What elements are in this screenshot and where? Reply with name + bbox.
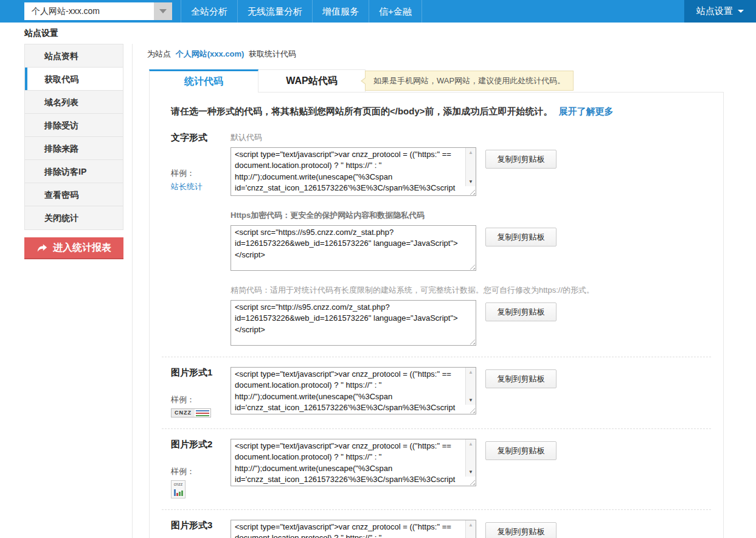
copy-button-default[interactable]: 复制到剪贴板 xyxy=(485,150,557,169)
nav-item-value-added-services[interactable]: 增值服务 xyxy=(312,0,369,23)
scroll-down-icon[interactable]: ▼ xyxy=(468,397,473,403)
scrollbar[interactable]: ▲▼ xyxy=(465,148,476,186)
image3-code-box: <script type="text/javascript">var cnzz_… xyxy=(231,520,476,538)
cnzz-badge-text: CNZZ xyxy=(172,409,195,417)
image-form-1-title: 图片形式1 xyxy=(171,367,231,379)
sample-label: 样例： xyxy=(171,168,231,179)
section-image-form-3: 图片形式3 样例： <script type="text/javascript"… xyxy=(171,520,711,538)
code-textarea-image3[interactable]: <script type="text/javascript">var cnzz_… xyxy=(231,520,476,538)
scroll-down-icon[interactable]: ▼ xyxy=(468,179,473,184)
instruction-text: 请任选一种形式的代码，将其粘贴到您网站所有页面的</body>前，添加成功后立即… xyxy=(171,106,711,117)
scrollbar[interactable]: ▲▼ xyxy=(465,520,476,538)
cnzz-badge-text: cnzz xyxy=(174,482,182,487)
nav-item-wireless-traffic-analysis[interactable]: 无线流量分析 xyxy=(237,0,312,23)
code-textarea-image2[interactable]: <script type="text/javascript">var cnzz_… xyxy=(231,439,476,486)
scroll-up-icon[interactable]: ▲ xyxy=(468,522,473,528)
code-textarea-image1[interactable]: <script type="text/javascript">var cnzz_… xyxy=(231,367,476,414)
code-textarea-https[interactable]: <script src="https://s95.cnzz.com/z_stat… xyxy=(231,225,476,271)
sidebar-item-domain-list[interactable]: 域名列表 xyxy=(25,91,123,114)
section-image-form-2: 图片形式2 样例： cnzz <script type="text/javasc… xyxy=(171,439,711,498)
nav-item-site-settings[interactable]: 站点设置 xyxy=(684,0,756,23)
scroll-down-icon[interactable]: ▼ xyxy=(468,469,473,475)
chevron-down-icon xyxy=(159,9,167,13)
text-form-title: 文字形式 xyxy=(171,132,231,144)
section-text-form: 文字形式 样例： 站长统计 默认代码 <script type="text/ja… xyxy=(171,132,711,346)
lite-code-label: 精简代码：适用于对统计代码有长度限制的建站系统，可完整统计数据。您可自行修改为h… xyxy=(231,285,594,296)
sidebar-item-site-info[interactable]: 站点资料 xyxy=(25,44,123,68)
sidebar: 站点设置 站点资料 获取代码 域名列表 排除受访 排除来路 排除访客IP 查看密… xyxy=(24,28,123,259)
section-divider xyxy=(162,428,711,429)
copy-button-lite[interactable]: 复制到剪贴板 xyxy=(485,302,557,321)
scroll-up-icon[interactable]: ▲ xyxy=(468,369,473,375)
enter-report-button[interactable]: 进入统计报表 xyxy=(24,237,123,259)
site-selector-dropdown[interactable]: 个人网站-xxx.com xyxy=(24,2,172,20)
text-form-blocks: 默认代码 <script type="text/javascript">var … xyxy=(231,132,594,346)
image-form-1-label-col: 图片形式1 样例： CNZZ xyxy=(171,367,231,417)
nav-menu: 全站分析 无线流量分析 增值服务 信+金融 xyxy=(181,0,422,23)
tooltip-arrow-icon xyxy=(362,77,367,85)
site-selector-value: 个人网站-xxx.com xyxy=(24,6,154,17)
sidebar-item-exclude-visitor-ip[interactable]: 排除访客IP xyxy=(25,160,123,183)
wap-tooltip: 如果是手机网站，WAP网站，建议使用此处统计代码。 xyxy=(365,71,574,91)
chevron-down-icon xyxy=(738,10,744,13)
lite-code-box: <script src="http://s95.cnzz.com/z_stat.… xyxy=(231,300,476,346)
sidebar-item-exclude-visited[interactable]: 排除受访 xyxy=(25,114,123,137)
wap-tooltip-text: 如果是手机网站，WAP网站，建议使用此处统计代码。 xyxy=(373,75,565,86)
intro-prefix: 为站点 xyxy=(147,49,171,58)
sidebar-item-get-code[interactable]: 获取代码 xyxy=(25,68,123,91)
cnzz-chart-badge: cnzz xyxy=(171,480,186,498)
sidebar-menu: 站点资料 获取代码 域名列表 排除受访 排除来路 排除访客IP 查看密码 关闭统… xyxy=(24,44,123,230)
expand-more-link[interactable]: 展开了解更多 xyxy=(559,106,614,116)
vertical-divider xyxy=(132,44,133,538)
section-divider xyxy=(162,509,711,510)
image2-code-box: <script type="text/javascript">var cnzz_… xyxy=(231,439,476,486)
sidebar-title: 站点设置 xyxy=(24,28,123,39)
sidebar-item-exclude-referrer[interactable]: 排除来路 xyxy=(25,137,123,160)
code-panel: 请任选一种形式的代码，将其粘贴到您网站所有页面的</body>前，添加成功后立即… xyxy=(149,92,724,538)
https-code-label: Https加密代码：更安全的保护网站内容和数据隐私代码 xyxy=(231,210,594,221)
https-code-box: <script src="https://s95.cnzz.com/z_stat… xyxy=(231,225,476,271)
default-code-block: 默认代码 <script type="text/javascript">var … xyxy=(231,132,594,196)
top-navbar: 个人网站-xxx.com 全站分析 无线流量分析 增值服务 信+金融 站点设置 xyxy=(0,0,756,23)
image-form-3-title: 图片形式3 xyxy=(171,520,231,531)
instruction-label: 请任选一种形式的代码，将其粘贴到您网站所有页面的</body>前，添加成功后立即… xyxy=(171,106,553,116)
text-form-label-col: 文字形式 样例： 站长统计 xyxy=(171,132,231,346)
lite-code-block: 精简代码：适用于对统计代码有长度限制的建站系统，可完整统计数据。您可自行修改为h… xyxy=(231,285,594,346)
section-image-form-1: 图片形式1 样例： CNZZ <script type="text/javasc… xyxy=(171,367,711,417)
tab-stat-code[interactable]: 统计代码 xyxy=(149,69,258,93)
code-textarea-lite[interactable]: <script src="http://s95.cnzz.com/z_stat.… xyxy=(231,300,476,346)
copy-button-https[interactable]: 复制到剪贴板 xyxy=(485,228,557,246)
intro-suffix: 获取统计代码 xyxy=(249,49,296,58)
copy-button-image3[interactable]: 复制到剪贴板 xyxy=(485,522,557,538)
site-link[interactable]: 个人网站(xxx.com) xyxy=(176,49,244,58)
image-form-3-label-col: 图片形式3 样例： xyxy=(171,520,231,538)
nav-item-full-site-analysis[interactable]: 全站分析 xyxy=(181,0,237,23)
webmaster-stats-link[interactable]: 站长统计 xyxy=(171,181,231,192)
scrollbar[interactable]: ▲▼ xyxy=(465,439,476,477)
nav-item-xin-finance[interactable]: 信+金融 xyxy=(369,0,422,23)
curved-arrow-icon xyxy=(36,243,47,253)
scroll-up-icon[interactable]: ▲ xyxy=(468,150,473,155)
scroll-up-icon[interactable]: ▲ xyxy=(468,441,473,447)
nav-site-settings-label: 站点设置 xyxy=(696,5,733,17)
image-form-2-title: 图片形式2 xyxy=(171,439,231,450)
tab-wap-code[interactable]: WAP站代码 xyxy=(258,69,366,92)
breadcrumb: 为站点 个人网站(xxx.com) 获取统计代码 xyxy=(147,49,733,61)
code-textarea-default[interactable]: <script type="text/javascript">var cnzz_… xyxy=(231,147,476,196)
dropdown-arrow-icon[interactable] xyxy=(154,2,172,20)
image1-code-box: <script type="text/javascript">var cnzz_… xyxy=(231,367,476,414)
section-divider xyxy=(162,357,711,357)
image-form-2-label-col: 图片形式2 样例： cnzz xyxy=(171,439,231,498)
copy-button-image2[interactable]: 复制到剪贴板 xyxy=(485,441,557,460)
default-code-box: <script type="text/javascript">var cnzz_… xyxy=(231,147,476,196)
sample-label: 样例： xyxy=(171,466,231,477)
sample-label: 样例： xyxy=(171,394,231,405)
sidebar-item-close-stats[interactable]: 关闭统计 xyxy=(25,206,123,229)
copy-button-image1[interactable]: 复制到剪贴板 xyxy=(485,369,557,388)
sidebar-item-view-password[interactable]: 查看密码 xyxy=(25,183,123,206)
mini-bar-chart-icon xyxy=(174,488,183,496)
tab-bar: 统计代码 WAP站代码 如果是手机网站，WAP网站，建议使用此处统计代码。 xyxy=(149,69,733,92)
enter-report-label: 进入统计报表 xyxy=(53,242,111,254)
scrollbar[interactable]: ▲▼ xyxy=(465,368,476,405)
main-content: 为站点 个人网站(xxx.com) 获取统计代码 统计代码 WAP站代码 如果是… xyxy=(146,49,733,538)
